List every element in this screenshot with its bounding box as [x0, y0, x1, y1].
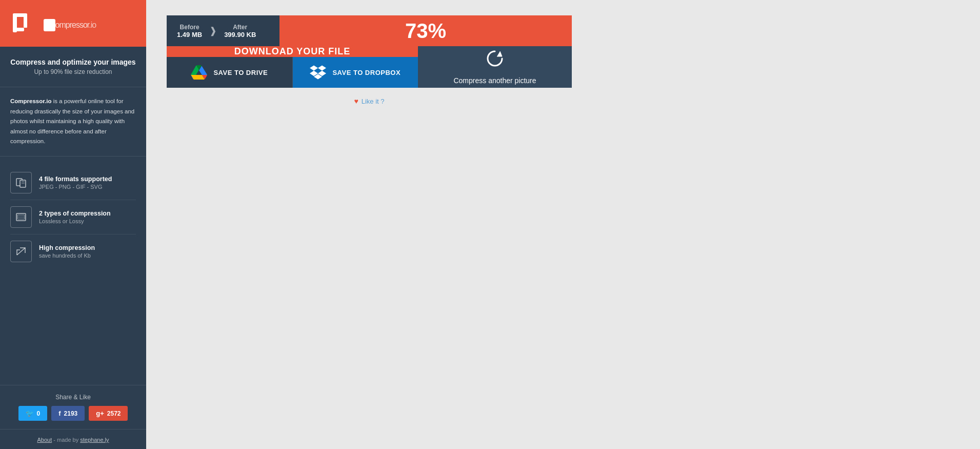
before-after-section: Before 1.49 MB ❱ After 399.90 KB [167, 15, 279, 46]
googleplus-count: 2572 [107, 410, 121, 417]
brand-name: Compressor.io [10, 98, 52, 104]
save-to-dropbox-button[interactable]: SAVE TO DROPBOX [293, 57, 418, 88]
save-to-dropbox-label: SAVE TO DROPBOX [332, 69, 401, 76]
progress-bar-row: Before 1.49 MB ❱ After 399.90 KB 73% [167, 15, 572, 46]
result-container: Before 1.49 MB ❱ After 399.90 KB 73% DOW… [167, 15, 572, 105]
compression-types-icon-box [10, 206, 32, 228]
google-drive-icon [191, 65, 207, 80]
feature-formats-main: 4 file formats supported [39, 175, 112, 183]
compress-another-label: Compress another picture [453, 76, 536, 85]
feature-compression-types-main: 2 types of compression [39, 210, 111, 217]
like-area: ♥ Like it ? [167, 97, 572, 105]
compression-types-icon [15, 211, 27, 223]
high-compression-icon-box [10, 241, 32, 262]
logo-brand: Compressor.io [44, 15, 96, 31]
twitter-icon: 🐦 [26, 409, 34, 417]
tagline-sub: Up to 90% file size reduction [10, 68, 136, 75]
description-body: is a powerful online tool for reducing d… [10, 98, 134, 144]
description-text: Compressor.io is a powerful online tool … [10, 96, 136, 147]
author-link[interactable]: stephane.ly [80, 437, 109, 443]
feature-compression-types-sub: Lossless or Lossy [39, 218, 111, 224]
feature-high-compression-text: High compression save hundreds of Kb [39, 244, 95, 259]
twitter-count: 0 [37, 410, 41, 417]
before-label: Before [177, 24, 202, 31]
tagline-area: Compress and optimize your images Up to … [0, 47, 146, 87]
main-content: Before 1.49 MB ❱ After 399.90 KB 73% DOW… [146, 0, 980, 449]
save-to-drive-label: SAVE TO DRIVE [213, 69, 268, 76]
svg-rect-3 [24, 14, 27, 28]
heart-icon: ♥ [354, 97, 358, 105]
feature-formats-sub: JPEG - PNG - GIF - SVG [39, 184, 112, 190]
before-section: Before 1.49 MB [177, 24, 202, 38]
sidebar: Compressor.io Compress and optimize your… [0, 0, 146, 449]
arrow-right-icon: ❱ [209, 25, 217, 36]
high-compression-icon [15, 246, 27, 257]
social-buttons: 🐦 0 f 2193 g+ 2572 [10, 406, 136, 421]
percent-display: 73% [279, 15, 572, 46]
formats-icon [15, 177, 27, 188]
after-label: After [224, 24, 256, 31]
facebook-button[interactable]: f 2193 [51, 406, 85, 421]
facebook-count: 2193 [64, 410, 78, 417]
googleplus-icon: g+ [96, 409, 104, 417]
dropbox-icon [310, 65, 326, 80]
download-label: DOWNLOAD YOUR FILE [234, 46, 351, 57]
googleplus-button[interactable]: g+ 2572 [89, 406, 128, 421]
feature-high-compression-sub: save hundreds of Kb [39, 252, 95, 259]
logo-text-area: Compressor.io [44, 15, 96, 31]
feature-formats: 4 file formats supported JPEG - PNG - GI… [10, 166, 136, 200]
facebook-icon: f [58, 409, 61, 417]
features-area: 4 file formats supported JPEG - PNG - GI… [0, 157, 146, 385]
action-area: DOWNLOAD YOUR FILE [167, 46, 572, 88]
social-area: Share & Like 🐦 0 f 2193 g+ 2572 [0, 385, 146, 429]
save-options-row: SAVE TO DRIVE SAVE TO DROPBOX [167, 57, 418, 88]
feature-formats-text: 4 file formats supported JPEG - PNG - GI… [39, 175, 112, 190]
logo-area: Compressor.io [0, 0, 146, 47]
feature-compression-types: 2 types of compression Lossless or Lossy [10, 200, 136, 235]
download-button[interactable]: DOWNLOAD YOUR FILE [167, 46, 418, 57]
tagline-main: Compress and optimize your images [10, 58, 136, 66]
footer-made-by: made by [57, 437, 78, 443]
footer-area: About - made by stephane.ly [0, 429, 146, 449]
compress-another-button[interactable]: Compress another picture [418, 46, 572, 88]
download-area: DOWNLOAD YOUR FILE [167, 46, 418, 88]
formats-icon-box [10, 172, 32, 193]
svg-rect-2 [13, 28, 24, 31]
after-section: After 399.90 KB [224, 24, 256, 38]
description-area: Compressor.io is a powerful online tool … [0, 87, 146, 157]
save-to-drive-button[interactable]: SAVE TO DRIVE [167, 57, 293, 88]
footer-text: About - made by stephane.ly [37, 437, 109, 443]
feature-high-compression: High compression save hundreds of Kb [10, 235, 136, 268]
percent-value: 73% [405, 19, 446, 43]
after-value: 399.90 KB [224, 31, 256, 38]
share-label: Share & Like [10, 394, 136, 401]
twitter-button[interactable]: 🐦 0 [18, 406, 48, 421]
refresh-icon [486, 49, 504, 71]
svg-line-11 [17, 248, 25, 255]
clamp-icon [10, 9, 38, 37]
refresh-svg-icon [486, 49, 504, 68]
about-link[interactable]: About [37, 437, 52, 443]
like-link[interactable]: Like it ? [362, 97, 385, 105]
feature-high-compression-main: High compression [39, 244, 95, 251]
feature-compression-types-text: 2 types of compression Lossless or Lossy [39, 210, 111, 224]
svg-rect-5 [20, 180, 26, 187]
footer-separator: - [53, 437, 57, 443]
before-value: 1.49 MB [177, 31, 202, 38]
